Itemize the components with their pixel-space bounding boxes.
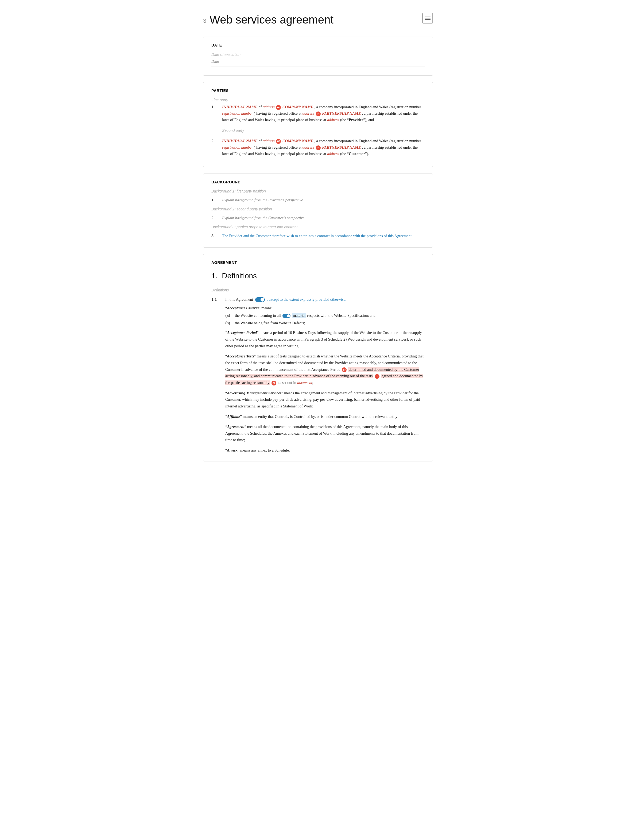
document-icon[interactable] (422, 13, 433, 24)
sub-b-item: (b) the Website being free from Website … (225, 320, 425, 327)
individual-name-2: INDIVIDUAL NAME (222, 139, 258, 143)
doc-icon-lines (425, 17, 430, 20)
or-badge-at-3: or (271, 381, 276, 385)
first-party-label: First party (211, 97, 425, 103)
document-ref: document (297, 381, 312, 385)
or-badge-2b: or (316, 145, 321, 150)
acceptance-criteria-term: Acceptance Criteria (227, 306, 259, 310)
agreement-heading: AGREEMENT (211, 260, 425, 265)
party-1-text: INDIVIDUAL NAME of address or COMPANY NA… (222, 104, 425, 123)
background-list: Background 1: first party position 1. Ex… (211, 188, 425, 239)
definitions-title: 1. Definitions (211, 270, 425, 282)
bg-text-3: The Provider and the Customer therefore … (222, 233, 412, 239)
party-1-num: 1. (211, 104, 218, 123)
bg-item-0-label: Background 1: first party position (211, 188, 425, 194)
address-2c: address (327, 152, 339, 156)
agreement-def-para: “Agreement” means all the documentation … (225, 423, 425, 443)
bg-num-1: 1. (211, 197, 218, 204)
partnership-name-1: PARTNERSHIP NAME (322, 111, 361, 115)
address-2a: address (263, 139, 275, 143)
party-2: 2. INDIVIDUAL NAME of address or COMPANY… (211, 138, 425, 157)
bg-label-2: Background 2: second party position (211, 206, 425, 212)
individual-name-1: INDIVIDUAL NAME (222, 105, 258, 109)
company-name-1: COMPANY NAME (282, 105, 313, 109)
clause-1-1-row: 1.1 In this Agreement , except to the ex… (211, 297, 425, 454)
annex-para: “Annex” means any annex to a Schedule; (225, 447, 425, 454)
address-1a: address (263, 105, 275, 109)
bg-num-3: 3. (211, 233, 218, 239)
party-1: 1. INDIVIDUAL NAME of address or COMPANY… (211, 104, 425, 123)
or-badge-1a: or (276, 105, 281, 110)
sub-a-item: (a) the Website conforming in all materi… (225, 313, 425, 319)
clause-1-1-after: , except to the extent expressly provide… (267, 297, 346, 302)
date-execution-value: Date (211, 58, 425, 67)
advertising-para: “Advertising Management Services” means … (225, 390, 425, 410)
affiliate-para: “Affiliate” means an entity that Control… (225, 413, 425, 420)
sub-a-label: (a) (225, 313, 233, 319)
acceptance-period-term: Acceptance Period (227, 330, 257, 335)
acceptance-tests-para: “Acceptance Tests” means a set of tests … (225, 353, 425, 386)
acceptance-period-para: “Acceptance Period” means a period of 10… (225, 329, 425, 349)
party-2-label-row: Second party (211, 128, 425, 134)
party-2-text: INDIVIDUAL NAME of address or COMPANY NA… (222, 138, 425, 157)
address-1c: address (327, 118, 339, 122)
agreement-term: Agreement (227, 425, 244, 429)
definitions-num: 1. (211, 270, 217, 282)
page-title: Web services agreement (209, 11, 334, 28)
material-highlight: material (292, 313, 306, 317)
date-execution-label: Date of execution (211, 52, 425, 57)
page-header: 3 Web services agreement (203, 11, 433, 28)
or-badge-at-1: or (342, 367, 346, 372)
doc-icon-line-3 (425, 19, 430, 20)
doc-icon-line-1 (425, 17, 430, 17)
partnership-name-2: PARTNERSHIP NAME (322, 145, 361, 150)
bg-text-1: Explain background from the Provider’s p… (222, 197, 304, 204)
background-section: BACKGROUND Background 1: first party pos… (203, 174, 433, 248)
or-badge-2a: or (276, 139, 281, 144)
bg-text-2: Explain background from the Customer’s p… (222, 215, 305, 221)
title-wrapper: 3 Web services agreement (203, 11, 334, 28)
bg-item-1: 1. Explain background from the Provider’… (211, 197, 425, 204)
parties-heading: PARTIES (211, 88, 425, 93)
bg-item-1-label: Background 2: second party position (211, 206, 425, 212)
bg-label-1: Background 1: first party position (211, 188, 425, 194)
reg-num-2: registration number (222, 145, 253, 150)
acceptance-criteria-block: “Acceptance Criteria” means: (a) the Web… (225, 305, 425, 327)
reg-num-1: registration number (222, 111, 253, 115)
parties-section: PARTIES First party 1. INDIVIDUAL NAME o… (203, 82, 433, 167)
bg-num-2: 2. (211, 215, 218, 221)
bg-label-3: Background 3: parties propose to enter i… (211, 224, 425, 230)
definitions-field-label: Definitions (211, 287, 425, 293)
annex-term: Annex (227, 448, 238, 452)
clause-1-1-content: In this Agreement , except to the extent… (225, 297, 425, 454)
advertising-term: Advertising Management Services (227, 391, 282, 395)
address-2b: address (302, 145, 314, 150)
clause-1-1-intro: In this Agreement (225, 297, 254, 302)
clause-1-1-num: 1.1 (211, 297, 221, 454)
background-heading: BACKGROUND (211, 179, 425, 185)
sub-a-text: the Website conforming in all material r… (235, 313, 375, 319)
page-number: 3 (203, 16, 206, 25)
doc-icon-line-2 (425, 18, 430, 19)
or-badge-1b: or (316, 112, 321, 116)
second-party-label: Second party (222, 128, 425, 134)
acceptance-tests-term: Acceptance Tests (227, 354, 254, 358)
sub-b-text: the Website being free from Website Defe… (235, 320, 305, 327)
address-1b: address (302, 111, 314, 115)
definitions-label: Definitions (222, 270, 257, 282)
parties-list: 1. INDIVIDUAL NAME of address or COMPANY… (211, 104, 425, 157)
bg-item-2: 2. Explain background from the Customer’… (211, 215, 425, 221)
toggle-sub-a-knob (287, 314, 290, 317)
agreement-section: AGREEMENT 1. Definitions Definitions 1.1… (203, 254, 433, 461)
toggle-sub-a[interactable] (282, 314, 290, 318)
date-heading: DATE (211, 42, 425, 48)
sub-b-label: (b) (225, 320, 233, 327)
company-name-2: COMPANY NAME (282, 139, 313, 143)
or-badge-at-2: or (375, 374, 379, 379)
bg-item-3: 3. The Provider and the Customer therefo… (211, 233, 425, 239)
party-2-num: 2. (211, 138, 218, 157)
toggle-1-1-knob (261, 298, 264, 302)
date-section: DATE Date of execution Date (203, 36, 433, 76)
toggle-1-1[interactable] (255, 297, 265, 302)
bg-item-2-label: Background 3: parties propose to enter i… (211, 224, 425, 230)
